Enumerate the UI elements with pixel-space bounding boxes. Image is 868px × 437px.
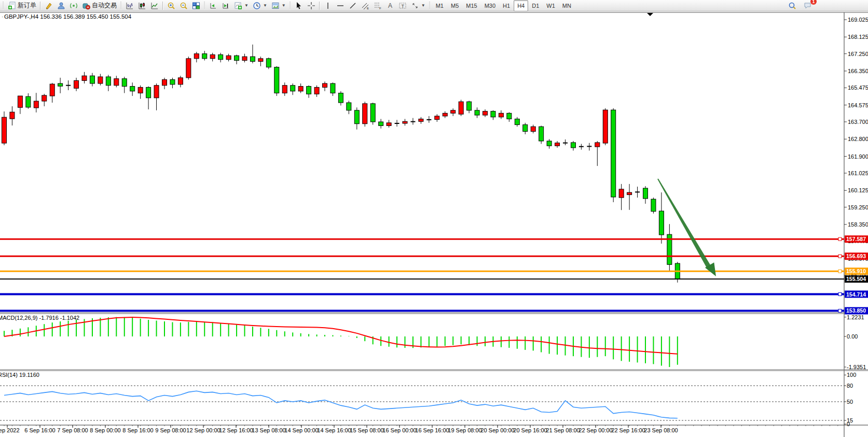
notification-badge: 1 [810,0,817,5]
price-tick-label: 169.025 [848,17,868,23]
price-tick-label: 161.025 [848,170,868,176]
svg-text:·: · [2,14,3,20]
tf-d1-button[interactable]: D1 [528,0,543,11]
chart-shift-button[interactable] [207,0,219,11]
rsi-level-label: 100 [847,372,856,378]
crosshair-icon [307,2,315,10]
candlestick-chart-button[interactable] [136,0,148,11]
price-label: 153.850 [846,307,866,314]
quote-bar: ·GBPJPY-,H4 156.336 156.389 155.450 155.… [2,13,132,20]
chart-window[interactable]: 169.025168.125167.250166.350165.475164.5… [0,0,868,437]
horizontal-line-button[interactable] [334,0,347,11]
time-tick-label: 14 Sep 00:00 [284,427,318,433]
time-tick-label: 8 Sep 16:00 [122,427,153,433]
time-tick-label: 22 Sep 00:00 [578,427,612,433]
brush-icon [45,2,53,10]
tf-m1-button[interactable]: M1 [432,0,447,11]
time-tick-label: 8 Sep 00:00 [90,427,120,433]
text-button[interactable]: A [384,0,396,11]
time-tick-label: 7 Sep 08:00 [57,427,88,433]
main-toolbar: 新订单 自动交易 [0,0,868,11]
profile-button[interactable] [55,0,67,11]
toolbar-drag-handle[interactable] [2,2,5,10]
time-tick-label: 12 Sep 16:00 [219,427,253,433]
zoom-in-icon [167,2,175,10]
toolbar-separator [162,2,163,10]
tf-h1-button[interactable]: H1 [499,0,514,11]
styler-button[interactable] [43,0,55,11]
new-order-button[interactable]: 新订单 [6,0,38,11]
chevron-down-icon: ▼ [244,3,249,8]
zoom-in-button[interactable] [165,0,177,11]
bar-chart-button[interactable] [123,0,136,11]
tile-windows-icon [192,2,200,10]
price-tick-label: 165.475 [848,84,868,91]
price-label: 157.587 [846,236,866,242]
time-tick-label: 16 Sep 16:00 [415,427,449,433]
toolbar-drag-handle[interactable] [429,2,431,10]
fibonacci-icon: F [374,2,382,10]
auto-scroll-button[interactable] [219,0,232,11]
price-tick-label: 158.350 [848,221,868,228]
templates-button[interactable]: ▼ [269,0,288,11]
tf-m5-button[interactable]: M5 [447,0,462,11]
macd-label: MACD(12,26,9) -1.7916 -1.1042 [0,315,79,321]
time-tick-label: 14 Sep 16:00 [317,427,351,433]
new-order-label: 新订单 [18,1,36,10]
text-icon: A [386,2,394,10]
price-label: 155.910 [846,268,866,274]
line-chart-button[interactable] [148,0,161,11]
indicators-button[interactable]: ▼ [232,0,251,11]
svg-text:T: T [401,3,404,8]
notifications-button[interactable]: 1 [802,0,814,11]
macd-axis-label: 1.2231 [847,314,864,320]
toolbar-separator [319,2,320,10]
new-order-icon [8,2,16,10]
trendline-button[interactable] [347,0,359,11]
signal-icon [70,2,78,10]
clock-icon [253,2,261,10]
toolbar-drag-handle[interactable] [203,2,206,10]
rsi-level-label: 80 [847,383,853,389]
channel-button[interactable]: E [359,0,371,11]
crosshair-button[interactable] [305,0,318,11]
tf-w1-button[interactable]: W1 [543,0,559,11]
cursor-icon [295,2,303,10]
time-tick-label: 20 Sep 16:00 [513,427,547,433]
toolbar-drag-handle[interactable] [120,2,122,10]
autotrade-button[interactable]: 自动交易 [80,0,119,11]
signals-button[interactable] [67,0,80,11]
svg-text:A: A [388,2,392,9]
indicators-icon [234,2,242,10]
svg-text:F: F [379,7,381,10]
search-button[interactable] [786,0,798,11]
tf-mn-button[interactable]: MN [559,0,575,11]
tf-h4-button[interactable]: H4 [514,0,528,11]
text-label-button[interactable]: T [396,0,409,11]
arrows-button[interactable]: ▼ [409,0,428,11]
toolbar-separator [40,2,41,10]
vertical-line-button[interactable] [322,0,334,11]
line-chart-icon [150,2,159,10]
bar-chart-icon [126,2,134,10]
zoom-out-icon [180,2,188,10]
tf-m30-button[interactable]: M30 [481,0,499,11]
time-tick-label: 9 Sep 08:00 [155,427,186,433]
price-tick-label: 168.125 [848,34,868,40]
horizontal-line-icon [336,2,345,10]
chart-shift-icon [209,2,217,10]
fibonacci-button[interactable]: F [371,0,384,11]
time-tick-label: 12 Sep 00:00 [186,427,220,433]
cursor-button[interactable] [293,0,305,11]
chart-canvas[interactable]: 169.025168.125167.250166.350165.475164.5… [0,0,868,437]
periods-button[interactable]: ▼ [251,0,269,11]
tile-windows-button[interactable] [190,0,202,11]
toolbar-drag-handle[interactable] [289,2,292,10]
chevron-down-icon: ▼ [263,3,267,8]
symbol-quote-label: GBPJPY-,H4 156.336 156.389 155.450 155.5… [4,13,132,20]
tf-m15-button[interactable]: M15 [462,0,480,11]
zoom-out-button[interactable] [177,0,190,11]
rsi-label: RSI(14) 19.1160 [0,372,39,378]
arrows-icon [411,2,419,10]
price-label: 155.504 [846,276,866,282]
